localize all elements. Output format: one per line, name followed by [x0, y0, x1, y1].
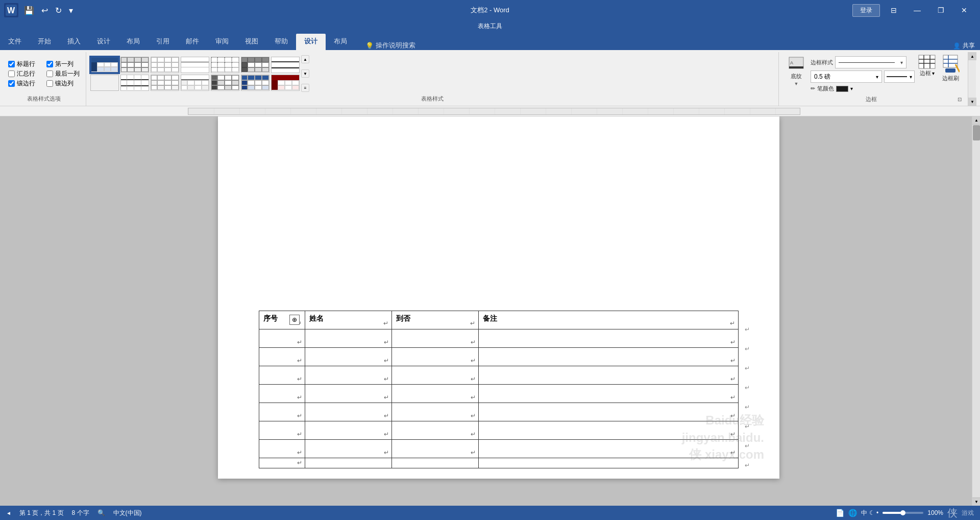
web-layout-button[interactable]: 🌐: [848, 509, 857, 517]
redo-button[interactable]: ↻: [53, 5, 64, 16]
table-style-7[interactable]: [271, 57, 300, 73]
data-cell[interactable]: ↵: [478, 403, 738, 421]
data-cell[interactable]: ↵: [305, 348, 391, 366]
table-style-3[interactable]: [151, 57, 179, 73]
table-style-8[interactable]: [90, 75, 119, 91]
banded-cols-checkbox[interactable]: 镶边列: [46, 79, 80, 88]
banded-rows-checkbox[interactable]: 镶边行: [8, 79, 41, 88]
header-row-checkbox[interactable]: 标题行: [8, 60, 41, 68]
tab-view[interactable]: 视图: [237, 34, 266, 50]
data-cell[interactable]: ↵: [259, 348, 305, 366]
styles-scroll-down[interactable]: ▼: [301, 69, 309, 78]
scroll-thumb[interactable]: [973, 125, 980, 140]
pen-color-dropdown[interactable]: ▾: [850, 86, 853, 91]
tab-home[interactable]: 开始: [30, 34, 59, 50]
customize-qat-button[interactable]: ▾: [66, 5, 76, 16]
game-icon[interactable]: 侠: [947, 506, 958, 520]
data-cell[interactable]: ↵: [305, 403, 391, 421]
border-style-dropdown[interactable]: ▾: [835, 56, 906, 68]
data-cell-partial[interactable]: [305, 458, 391, 468]
data-cell[interactable]: ↵: [391, 348, 478, 366]
document-scroll-area[interactable]: ⊕ 序号 ↵ 姓名 ↵: [26, 116, 972, 506]
data-cell[interactable]: ↵: [305, 440, 391, 458]
table-style-4[interactable]: [181, 57, 209, 73]
ribbon-scroll-up[interactable]: ▲: [968, 52, 976, 60]
table-style-10[interactable]: [151, 75, 179, 91]
save-button[interactable]: 💾: [21, 5, 37, 16]
first-col-checkbox[interactable]: 第一列: [46, 60, 80, 68]
data-cell[interactable]: ↵: [259, 421, 305, 440]
data-cell[interactable]: ↵: [391, 440, 478, 458]
styles-more[interactable]: ≡: [301, 84, 309, 92]
minimize-button[interactable]: —: [905, 2, 929, 18]
borders-dropdown-arrow[interactable]: ▾: [932, 70, 935, 76]
close-button[interactable]: ✕: [952, 2, 976, 18]
table-style-2[interactable]: [120, 57, 149, 73]
data-cell[interactable]: ↵: [478, 329, 738, 348]
tab-design-table[interactable]: 设计: [296, 34, 326, 50]
table-style-11[interactable]: [181, 75, 209, 91]
data-cell[interactable]: ↵: [259, 440, 305, 458]
last-col-checkbox[interactable]: 最后一列: [46, 69, 80, 78]
table-style-6[interactable]: [241, 57, 270, 73]
table-style-9[interactable]: [120, 75, 149, 91]
table-style-5[interactable]: [211, 57, 239, 73]
data-cell[interactable]: ↵: [391, 385, 478, 403]
data-cell-partial[interactable]: [391, 458, 478, 468]
data-cell[interactable]: ↵: [259, 329, 305, 348]
styles-scroll-up[interactable]: ▲: [301, 55, 309, 63]
tab-layout-doc[interactable]: 布局: [118, 34, 148, 50]
tab-review[interactable]: 审阅: [207, 34, 237, 50]
data-cell[interactable]: ↵: [305, 421, 391, 440]
total-row-checkbox[interactable]: 汇总行: [8, 69, 41, 78]
data-cell[interactable]: ↵: [259, 366, 305, 385]
tell-me-button[interactable]: 💡 操作说明搜索: [361, 41, 420, 50]
data-cell[interactable]: ↵: [391, 366, 478, 385]
data-cell[interactable]: ↵: [259, 403, 305, 421]
data-cell[interactable]: ↵: [391, 403, 478, 421]
maximize-button[interactable]: ❐: [929, 2, 952, 18]
border-painter-button[interactable]: 边框刷: [939, 54, 962, 82]
tab-insert[interactable]: 插入: [59, 34, 89, 50]
scroll-up-button[interactable]: ▲: [972, 116, 980, 125]
data-cell-partial[interactable]: ↵: [259, 458, 305, 468]
data-cell[interactable]: ↵: [305, 366, 391, 385]
tab-file[interactable]: 文件: [0, 34, 30, 50]
data-cell[interactable]: ↵: [305, 385, 391, 403]
shading-dropdown[interactable]: ▼: [794, 81, 799, 86]
login-button[interactable]: 登录: [852, 4, 880, 17]
line-weight-dropdown[interactable]: 0.5 磅 ▾: [811, 70, 882, 83]
data-cell[interactable]: ↵: [391, 329, 478, 348]
borders-expand-button[interactable]: ⊡: [958, 97, 962, 102]
ribbon-scroll-down[interactable]: ▼: [968, 98, 976, 106]
data-cell[interactable]: ↵: [391, 421, 478, 440]
table-style-13[interactable]: [241, 75, 270, 91]
share-button[interactable]: 👤 共享: [953, 41, 975, 50]
data-cell-partial[interactable]: [478, 458, 738, 468]
tab-help[interactable]: 帮助: [266, 34, 296, 50]
data-cell[interactable]: ↵: [305, 329, 391, 348]
tab-design-doc[interactable]: 设计: [89, 34, 118, 50]
scroll-down-button[interactable]: ▼: [972, 498, 980, 506]
table-style-1[interactable]: [90, 57, 119, 73]
tab-layout-table[interactable]: 布局: [326, 34, 355, 50]
data-cell[interactable]: ↵: [478, 348, 738, 366]
undo-button[interactable]: ↩: [39, 5, 51, 16]
data-cell[interactable]: ↵: [478, 440, 738, 458]
table-style-14[interactable]: [271, 75, 300, 91]
pen-color-swatch[interactable]: [836, 86, 848, 92]
table-move-handle[interactable]: ⊕: [289, 315, 300, 325]
data-cell[interactable]: ↵: [478, 421, 738, 440]
zoom-slider[interactable]: [883, 512, 923, 514]
print-layout-button[interactable]: 📄: [836, 509, 844, 517]
scroll-left-button[interactable]: ◄: [6, 510, 11, 516]
data-cell[interactable]: ↵: [478, 366, 738, 385]
data-cell[interactable]: ↵: [259, 385, 305, 403]
shading-button[interactable]: A 底纹 ▼: [785, 54, 807, 88]
tab-mailings[interactable]: 邮件: [178, 34, 207, 50]
line-weight-stepper[interactable]: ▾: [884, 70, 915, 83]
zoom-slider-thumb[interactable]: [900, 510, 905, 515]
data-cell[interactable]: ↵: [478, 385, 738, 403]
borders-button-area[interactable]: 边框 ▾: [918, 54, 936, 77]
restore-ribbon-button[interactable]: ⊟: [882, 2, 905, 18]
